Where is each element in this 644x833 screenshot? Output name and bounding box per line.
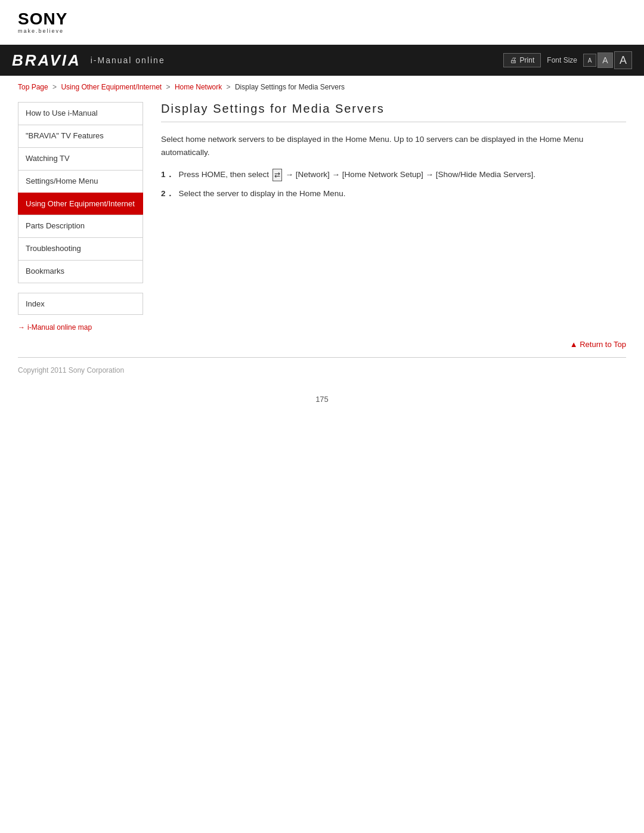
breadcrumb-sep2: > [166, 83, 171, 91]
bravia-subtitle: i-Manual online [91, 55, 165, 65]
step-2: 2． Select the server to display in the H… [161, 187, 626, 200]
sidebar-item-watching-tv[interactable]: Watching TV [18, 147, 143, 170]
main-container: How to Use i-Manual "BRAVIA" TV Features… [0, 96, 644, 332]
return-to-top[interactable]: ▲ Return to Top [0, 332, 644, 357]
sidebar: How to Use i-Manual "BRAVIA" TV Features… [18, 96, 143, 332]
bravia-logo: BRAVIA [12, 51, 81, 70]
content-area: Display Settings for Media Servers Selec… [161, 96, 626, 332]
breadcrumb-sep3: > [227, 83, 231, 91]
step-2-num: 2． [161, 187, 174, 200]
sidebar-item-index[interactable]: Index [18, 293, 143, 315]
print-label: Print [520, 56, 535, 64]
print-icon: 🖨 [510, 56, 517, 64]
footer: Copyright 2011 Sony Corporation [0, 358, 644, 383]
font-medium-button[interactable]: A [597, 52, 613, 68]
breadcrumb: Top Page > Using Other Equipment/Interne… [0, 76, 644, 96]
sidebar-item-using-other[interactable]: Using Other Equipment/Internet [18, 193, 143, 215]
sidebar-item-bookmarks[interactable]: Bookmarks [18, 260, 143, 283]
sidebar-item-bravia-features[interactable]: "BRAVIA" TV Features [18, 125, 143, 147]
content-intro: Select home network servers to be displa… [161, 133, 626, 159]
font-large-button[interactable]: A [614, 51, 632, 69]
font-size-buttons: A A A [583, 51, 632, 69]
arrow-icon: → [18, 323, 25, 332]
sidebar-item-troubleshooting[interactable]: Troubleshooting [18, 237, 143, 260]
copyright-text: Copyright 2011 Sony Corporation [18, 366, 124, 374]
bravia-controls: 🖨 Print Font Size A A A [503, 51, 632, 69]
sony-tagline: make.believe [18, 28, 626, 34]
breadcrumb-current: Display Settings for Media Servers [235, 83, 345, 91]
imanual-online-map-link[interactable]: → i-Manual online map [18, 323, 143, 332]
page-title: Display Settings for Media Servers [161, 102, 626, 122]
sidebar-item-how-to-use[interactable]: How to Use i-Manual [18, 102, 143, 125]
sidebar-item-settings[interactable]: Settings/Home Menu [18, 170, 143, 193]
step-1-text2: → [Network] → [Home Network Setup] → [Sh… [286, 170, 535, 179]
page-number: 175 [0, 383, 644, 410]
font-small-button[interactable]: A [583, 54, 596, 67]
imanual-link-label: i-Manual online map [27, 323, 92, 332]
breadcrumb-sep1: > [52, 83, 57, 91]
step-1-num: 1． [161, 168, 174, 181]
print-button[interactable]: 🖨 Print [503, 53, 541, 67]
step-1: 1． Press HOME, then select ⇄ → [Network]… [161, 168, 626, 181]
step-2-text: Select the server to display in the Home… [179, 187, 346, 200]
font-size-label: Font Size [547, 56, 577, 64]
network-icon: ⇄ [273, 169, 282, 181]
breadcrumb-top-page[interactable]: Top Page [18, 83, 48, 91]
step-1-content: Press HOME, then select ⇄ → [Network] → … [179, 168, 535, 181]
breadcrumb-item3[interactable]: Home Network [175, 83, 222, 91]
logo-area: SONY make.believe [0, 0, 644, 40]
sony-logo: SONY [18, 11, 626, 27]
step-1-text: Press HOME, then select [179, 170, 270, 179]
breadcrumb-item2[interactable]: Using Other Equipment/Internet [61, 83, 162, 91]
bravia-title-group: BRAVIA i-Manual online [12, 51, 165, 70]
bravia-header-bar: BRAVIA i-Manual online 🖨 Print Font Size… [0, 45, 644, 76]
steps-list: 1． Press HOME, then select ⇄ → [Network]… [161, 168, 626, 200]
sidebar-item-parts[interactable]: Parts Description [18, 215, 143, 237]
